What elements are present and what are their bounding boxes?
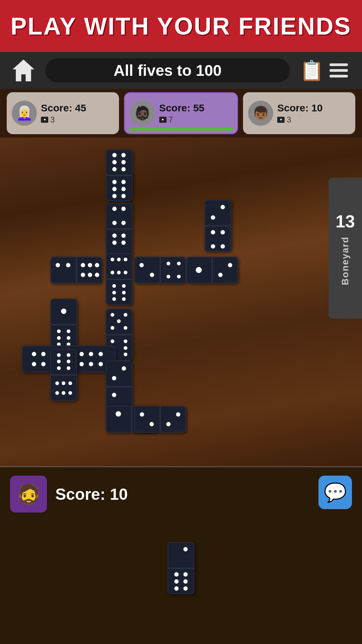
player-avatar-2: 🧔🏿 [130,101,155,126]
player-tiles-3: 3 [277,115,322,124]
player-score-3: Score: 10 [277,102,322,114]
mini-domino-icon-3 [277,117,285,123]
domino-tile[interactable] [50,299,77,351]
player-score-2: Score: 55 [159,102,204,114]
bottom-player-area: 🧔 Score: 10 💬 [0,466,362,644]
mini-domino-icon-1 [41,117,48,123]
bottom-player-info: 🧔 Score: 10 [0,467,362,521]
domino-tile[interactable] [134,257,186,283]
domino-tile[interactable] [106,203,132,255]
game-title: All fives to 100 [114,61,222,79]
player-info-2: Score: 55 7 [159,102,204,124]
player-card-3: 👦🏾 Score: 10 3 [243,92,355,134]
mini-domino-icon-2 [159,117,167,123]
boneyard-count: 13 [336,211,355,231]
home-button[interactable] [10,57,37,84]
player-avatar-1: 👩‍🦳 [12,101,37,126]
game-board: 13 Boneyard [0,138,362,470]
domino-tile[interactable] [186,257,238,283]
player-avatar-3: 👦🏾 [248,101,273,126]
domino-tile[interactable] [106,361,132,413]
player-card-1: 👩‍🦳 Score: 45 3 [7,92,119,134]
player-tiles-2: 7 [159,115,204,124]
domino-tile[interactable] [134,406,186,433]
banner-title: PLAY WITH YOUR FRIENDS [11,12,352,40]
notes-button[interactable]: 📋 [298,57,325,84]
chat-button[interactable]: 💬 [318,476,352,509]
header-banner: PLAY WITH YOUR FRIENDS [0,0,362,52]
notes-icon: 📋 [300,59,324,82]
hand-domino[interactable] [168,542,194,594]
player-info-3: Score: 10 3 [277,102,322,124]
players-row: 👩‍🦳 Score: 45 3 🧔🏿 Score: 55 7 👦🏾 Score:… [0,89,362,138]
player-score-1: Score: 45 [41,102,86,114]
hamburger-icon [329,63,348,77]
player-hand [0,521,362,615]
player-card-2: 🧔🏿 Score: 55 7 [124,92,238,134]
domino-tile[interactable] [204,200,231,252]
domino-tile[interactable] [106,149,132,201]
menu-button[interactable] [325,57,352,84]
domino-tile[interactable] [50,257,102,283]
player-tiles-1: 3 [41,115,86,124]
toolbar: All fives to 100 📋 [0,52,362,89]
domino-tile[interactable] [106,253,132,305]
chat-icon: 💬 [324,482,347,503]
bottom-player-score: Score: 10 [55,485,128,503]
player-info-1: Score: 45 3 [41,102,86,124]
domino-tile[interactable] [50,349,77,401]
boneyard-label: Boneyard [340,236,351,285]
boneyard-panel[interactable]: 13 Boneyard [328,178,362,319]
bottom-player-avatar: 🧔 [10,476,47,513]
game-title-box: All fives to 100 [45,58,290,83]
home-icon [13,60,35,82]
